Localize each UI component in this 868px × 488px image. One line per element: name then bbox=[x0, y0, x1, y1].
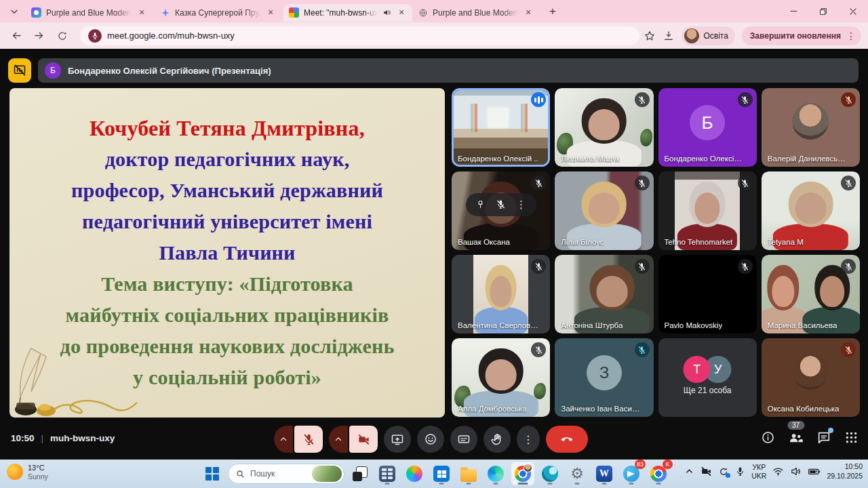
presenter-avatar: Б bbox=[45, 62, 61, 79]
participant-tile[interactable]: Tetyana M bbox=[762, 171, 860, 250]
sync-update-icon[interactable] bbox=[718, 466, 729, 477]
present-screen-button[interactable] bbox=[384, 426, 411, 453]
chrome-profile2-app[interactable]: K bbox=[647, 462, 670, 485]
restore-button[interactable] bbox=[808, 0, 838, 22]
tab-gemini[interactable]: Казка Супергерой Прудько ра × bbox=[155, 4, 283, 22]
close-button[interactable] bbox=[838, 0, 868, 22]
cast-app[interactable] bbox=[538, 462, 561, 485]
meeting-details-button[interactable] bbox=[761, 430, 775, 445]
more-participants-tile[interactable]: Т У Ще 21 особа bbox=[658, 338, 757, 417]
participant-tile[interactable]: Лілія Білоус bbox=[555, 171, 653, 250]
participant-tile[interactable]: Pavlo Makovskiy bbox=[658, 255, 757, 333]
browser-menu-icon[interactable]: ⋮ bbox=[846, 30, 856, 41]
clock: 10:50 bbox=[11, 433, 35, 443]
presenter-banner[interactable]: Б Бондаренко Олексій Сергійович (Презент… bbox=[38, 58, 859, 83]
more-options-button[interactable]: ⋮ bbox=[517, 426, 540, 453]
address-bar[interactable]: meet.google.com/muh-bwsn-uxy bbox=[80, 26, 639, 45]
taskbar-clock[interactable]: 10:50 29.10.2025 bbox=[827, 462, 863, 481]
mic-off-button[interactable] bbox=[294, 426, 323, 453]
participant-tile[interactable]: Марина Васильева bbox=[762, 255, 860, 333]
tab-canva[interactable]: Purple and Blue Modern Artific × bbox=[26, 4, 155, 22]
participant-tile[interactable]: Людмила Мацук bbox=[555, 88, 653, 167]
tab-close-icon[interactable]: × bbox=[523, 7, 534, 18]
bookmark-star-icon[interactable] bbox=[644, 30, 656, 42]
profile-chip[interactable]: Освіта bbox=[682, 26, 734, 45]
task-view-button[interactable] bbox=[349, 462, 372, 485]
tab-canva-2[interactable]: Purple and Blue Modern Artific × bbox=[412, 4, 541, 22]
tab-audio-icon[interactable] bbox=[382, 8, 391, 17]
participant-name: Людмила Мацук bbox=[561, 155, 620, 163]
file-explorer-app[interactable] bbox=[457, 462, 480, 485]
activities-button[interactable] bbox=[844, 430, 859, 445]
raise-hand-button[interactable] bbox=[484, 426, 511, 453]
participant-tile[interactable]: Алла Домбровська bbox=[452, 338, 550, 417]
decor bbox=[471, 104, 477, 132]
weather-widget[interactable]: 13°C Sunny bbox=[7, 463, 48, 481]
mic-muted-icon bbox=[841, 342, 856, 357]
chat-panel-button[interactable] bbox=[816, 430, 831, 445]
telegram-app[interactable]: 83 bbox=[620, 462, 643, 485]
pin-icon[interactable] bbox=[475, 199, 486, 209]
tile-hover-controls[interactable]: ⋮ bbox=[466, 193, 536, 216]
url-text[interactable]: meet.google.com/muh-bwsn-uxy bbox=[107, 30, 235, 41]
participant-tile[interactable]: Tehno Tehnomarket bbox=[658, 171, 757, 250]
camera-off-button[interactable] bbox=[349, 426, 378, 453]
presentation-off-badge[interactable] bbox=[8, 58, 31, 83]
tab-search-button[interactable] bbox=[5, 3, 23, 20]
mic-control[interactable] bbox=[274, 426, 323, 453]
search-doodle-image[interactable] bbox=[312, 466, 342, 482]
copilot-app[interactable] bbox=[403, 462, 426, 485]
camera-off-tray-icon[interactable] bbox=[701, 466, 712, 477]
tab-close-icon[interactable]: × bbox=[265, 7, 276, 18]
participant-tile[interactable]: Бондаренко Олексій .. bbox=[452, 88, 550, 167]
tab-meet-active[interactable]: Meet: "muh-bwsn-uxy" × bbox=[283, 4, 412, 22]
volume-icon[interactable] bbox=[790, 466, 802, 477]
captions-button[interactable] bbox=[450, 426, 477, 453]
mic-options-chevron[interactable] bbox=[274, 426, 293, 453]
more-options-icon[interactable]: ⋮ bbox=[516, 199, 526, 211]
participant-name: Вашак Оксана bbox=[458, 238, 510, 246]
microphone-tray-icon[interactable] bbox=[735, 466, 745, 476]
new-tab-button[interactable]: + bbox=[544, 3, 561, 20]
slide-line: майбутніх соціальних працівників bbox=[9, 300, 445, 331]
battery-icon[interactable] bbox=[808, 465, 821, 478]
mic-off-icon[interactable] bbox=[496, 199, 506, 209]
presentation-off-icon bbox=[13, 64, 26, 77]
back-button[interactable] bbox=[7, 26, 26, 45]
leave-call-button[interactable] bbox=[546, 426, 588, 453]
tab-close-icon[interactable]: × bbox=[136, 7, 147, 18]
camera-control[interactable] bbox=[329, 426, 378, 453]
hidden-icons-chevron[interactable] bbox=[684, 466, 694, 476]
participant-tile[interactable]: Антоніна Штурба bbox=[555, 255, 653, 333]
reactions-button[interactable] bbox=[417, 426, 444, 453]
people-panel-button[interactable]: 37 bbox=[788, 430, 804, 445]
forward-button[interactable] bbox=[30, 26, 49, 45]
edge-app[interactable] bbox=[484, 462, 507, 485]
participant-tile[interactable]: ⋮ Вашак Оксана bbox=[452, 171, 550, 250]
word-app[interactable]: W bbox=[593, 462, 616, 485]
microsoft-store-app[interactable] bbox=[430, 462, 453, 485]
language-indicator[interactable]: УКР UKR bbox=[751, 463, 766, 481]
settings-app[interactable]: ⚙ bbox=[566, 462, 589, 485]
wifi-icon[interactable] bbox=[772, 466, 784, 477]
update-chrome-button[interactable]: Завершити оновлення ⋮ bbox=[742, 26, 861, 45]
tab-title: Казка Супергерой Прудько ра bbox=[175, 8, 260, 18]
participant-tile[interactable]: Оксана Кобилецька bbox=[762, 338, 860, 417]
chrome-app-active[interactable] bbox=[511, 462, 534, 485]
meeting-info: 10:50 | muh-bwsn-uxy bbox=[11, 433, 115, 443]
reload-button[interactable] bbox=[53, 26, 72, 45]
tab-close-icon[interactable]: × bbox=[396, 7, 407, 18]
participant-tile[interactable]: Валентина Сверлович bbox=[452, 255, 550, 333]
presentation-slide[interactable]: Кочубей Тетяна Дмитрівна, доктор педагог… bbox=[9, 88, 445, 418]
calculator-app[interactable] bbox=[376, 462, 399, 485]
taskbar-search[interactable]: Пошук bbox=[228, 464, 344, 484]
downloads-icon[interactable] bbox=[663, 30, 675, 42]
site-mic-indicator-icon[interactable] bbox=[88, 29, 102, 43]
start-button[interactable] bbox=[201, 462, 224, 485]
slide-line: професор, Уманський державний bbox=[9, 175, 445, 206]
minimize-button[interactable] bbox=[778, 0, 808, 22]
participant-tile[interactable]: Б Бондаренко Олексій ... bbox=[658, 88, 757, 167]
camera-options-chevron[interactable] bbox=[329, 426, 348, 453]
participant-tile[interactable]: З Зайченко Іван Василь... bbox=[555, 338, 653, 417]
participant-tile[interactable]: Валерій Данилевський bbox=[762, 88, 860, 167]
